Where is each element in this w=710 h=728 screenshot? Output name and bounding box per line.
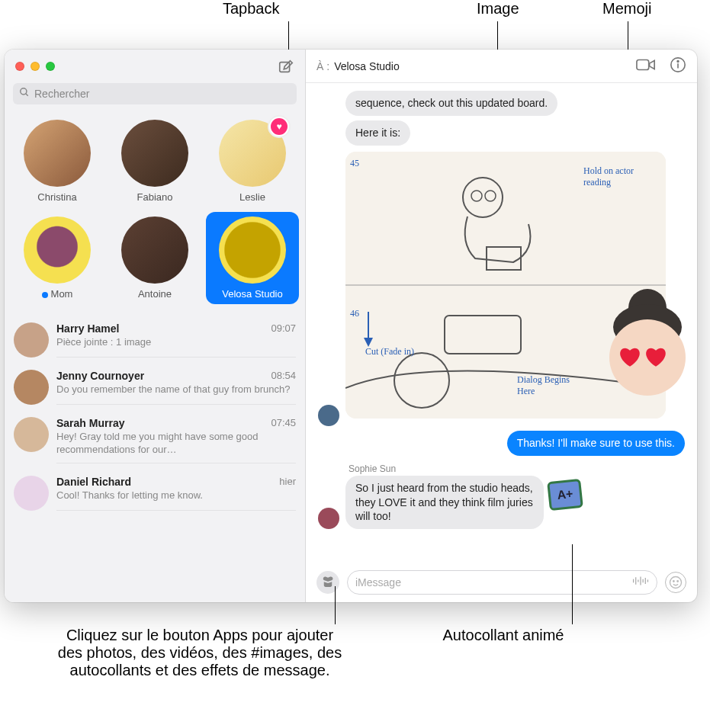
callout-label: Image (477, 0, 519, 17)
avatar (121, 216, 188, 284)
pinned-label: Mom (42, 288, 73, 300)
close-button[interactable] (15, 62, 24, 71)
convo-preview: Hey! Gray told me you might have some go… (56, 431, 296, 457)
titlebar (5, 50, 305, 83)
tapback-badge: ♥ (268, 115, 291, 138)
pinned-velosa-studio[interactable]: Velosa Studio (206, 212, 299, 304)
callout-tapback: Tapback (223, 0, 280, 18)
convo-time: hier (279, 476, 296, 488)
convo-name: Daniel Richard (56, 476, 131, 488)
traffic-lights (15, 62, 55, 71)
conversation-list: Harry Hamel 09:07 Pièce jointe : 1 image… (5, 313, 305, 602)
storyboard-annotation: Hold on actor reading (583, 165, 652, 188)
callout-apps: Cliquez sur le bouton Apps pour ajouter … (55, 627, 345, 679)
message-bubble[interactable]: Thanks! I'll make sure to use this. (507, 431, 685, 456)
avatar (14, 370, 49, 405)
search-placeholder: Rechercher (34, 88, 89, 100)
pinned-mom[interactable]: Mom (11, 212, 104, 304)
conversation-header: À : Velosa Studio (306, 50, 697, 83)
message-input[interactable]: iMessage (347, 570, 657, 595)
heart-eyes-icon (618, 346, 641, 369)
callout-sticker: Autocollant animé (427, 627, 580, 644)
sender-name-label: Sophie Sun (349, 463, 685, 474)
svg-point-22 (670, 577, 682, 588)
conversation-item[interactable]: Jenny Cournoyer 08:54 Do you remember th… (5, 364, 305, 411)
sidebar: Rechercher Christina Fabiano ♥ Leslie (5, 50, 306, 602)
pinned-label: Antoine (138, 288, 172, 300)
search-icon (19, 87, 30, 101)
avatar (14, 417, 49, 452)
avatar (14, 476, 49, 511)
messages-window: Rechercher Christina Fabiano ♥ Leslie (5, 50, 697, 602)
input-placeholder: iMessage (355, 576, 632, 588)
audio-message-icon[interactable] (632, 575, 649, 590)
heart-icon: ♥ (271, 118, 288, 135)
conversation-pane: À : Velosa Studio sequence, check out th… (306, 50, 697, 602)
avatar (219, 216, 286, 284)
convo-preview: Pièce jointe : 1 image (56, 336, 296, 349)
convo-name: Sarah Murray (56, 417, 124, 429)
pinned-christina[interactable]: Christina (11, 115, 104, 207)
video-call-button[interactable] (636, 57, 656, 75)
convo-preview: Do you remember the name of that guy fro… (56, 383, 296, 396)
avatar (14, 322, 49, 358)
svg-point-24 (677, 581, 679, 582)
pinned-label: Christina (37, 191, 76, 203)
pinned-fabiano[interactable]: Fabiano (108, 115, 201, 207)
convo-preview: Cool! Thanks for letting me know. (56, 489, 296, 502)
pinned-antoine[interactable]: Antoine (108, 212, 201, 304)
pinned-label: Fabiano (137, 191, 173, 203)
storyboard-annotation: 45 (350, 158, 359, 169)
details-button[interactable] (670, 56, 686, 76)
message-bubble[interactable]: sequence, check out this updated board. (345, 91, 557, 116)
callout-label: Cliquez sur le bouton Apps pour ajouter … (58, 627, 342, 678)
convo-time: 09:07 (271, 322, 296, 335)
convo-name: Jenny Cournoyer (56, 370, 144, 382)
message-bubble[interactable]: Here it is: (345, 120, 410, 146)
callout-memoji: Memoji (602, 0, 651, 18)
memoji-sticker[interactable] (602, 289, 693, 396)
conversation-item[interactable]: Daniel Richard hier Cool! Thanks for let… (5, 470, 305, 517)
convo-name: Harry Hamel (56, 322, 120, 335)
sender-avatar[interactable] (318, 405, 339, 426)
pinned-grid: Christina Fabiano ♥ Leslie Mom An (5, 112, 305, 313)
svg-point-6 (677, 60, 679, 62)
storyboard-annotation: 46 (350, 308, 359, 319)
message-list[interactable]: sequence, check out this updated board. … (306, 83, 697, 563)
callout-label: Tapback (223, 0, 280, 17)
minimize-button[interactable] (31, 62, 40, 71)
svg-rect-3 (637, 59, 649, 69)
emoji-button[interactable] (665, 572, 686, 593)
callout-image: Image (477, 0, 519, 18)
svg-point-1 (21, 88, 27, 95)
avatar: ♥ (219, 120, 286, 187)
to-label: À : (316, 60, 329, 72)
apps-button[interactable] (316, 571, 339, 594)
pinned-label: Velosa Studio (222, 288, 283, 300)
composer: iMessage (306, 563, 697, 602)
animated-sticker[interactable]: A+ (547, 478, 583, 510)
heart-eyes-icon (644, 346, 667, 369)
callout-label: Memoji (602, 0, 651, 17)
avatar (24, 120, 91, 187)
message-bubble[interactable]: So I just heard from the studio heads, t… (345, 476, 544, 530)
convo-time: 07:45 (271, 417, 296, 429)
svg-line-2 (26, 94, 28, 96)
pinned-leslie[interactable]: ♥ Leslie (206, 115, 299, 207)
maximize-button[interactable] (46, 62, 55, 71)
unread-dot (42, 292, 48, 298)
convo-time: 08:54 (271, 370, 296, 382)
callout-label: Autocollant animé (443, 627, 564, 643)
search-input[interactable]: Rechercher (13, 83, 297, 104)
compose-button[interactable] (278, 59, 294, 79)
pinned-label: Leslie (239, 191, 265, 203)
avatar (121, 120, 188, 187)
storyboard-annotation: Cut (Fade in) (365, 346, 414, 358)
sender-avatar[interactable] (318, 508, 339, 529)
avatar (24, 216, 91, 284)
svg-point-23 (673, 581, 675, 582)
conversation-item[interactable]: Harry Hamel 09:07 Pièce jointe : 1 image (5, 316, 305, 364)
to-name: Velosa Studio (334, 60, 400, 72)
storyboard-annotation: Dialog Begins Here (517, 374, 578, 397)
conversation-item[interactable]: Sarah Murray 07:45 Hey! Gray told me you… (5, 411, 305, 470)
